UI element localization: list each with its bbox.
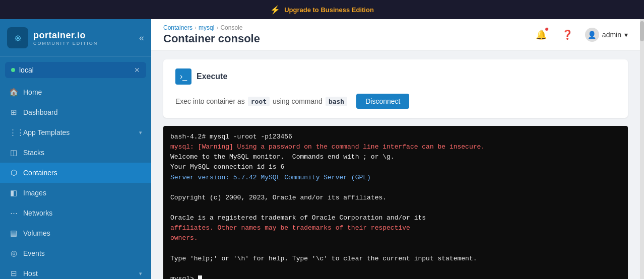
page-title: Container console (163, 32, 260, 45)
disconnect-button[interactable]: Disconnect (356, 94, 409, 109)
sidebar-item-label: Host (23, 269, 134, 277)
username: admin (602, 31, 621, 39)
sidebar-item-label: Containers (23, 169, 142, 177)
sidebar-logo: ⎈ portainer.io COMMUNITY EDITION « (0, 19, 151, 57)
breadcrumb-mysql[interactable]: mysql (199, 24, 214, 31)
terminal-line (170, 203, 621, 213)
endpoint-status-dot (11, 68, 15, 72)
sidebar-item-label: Volumes (23, 229, 142, 237)
home-icon: 🏠 (9, 88, 18, 97)
page-body: ›_ Execute Exec into container as root u… (151, 50, 640, 279)
volumes-icon: ▤ (9, 229, 18, 238)
help-button[interactable]: ❓ (559, 26, 576, 43)
terminal-line (170, 264, 621, 274)
terminal-cursor (198, 275, 202, 279)
exec-label: Exec into container as (175, 97, 245, 105)
breadcrumb-sep: › (195, 24, 197, 31)
execute-title: Execute (197, 72, 227, 81)
terminal-line: Welcome to the MySQL monitor. Commands e… (170, 152, 621, 162)
portainer-logo-icon: ⎈ (7, 27, 28, 48)
lightning-icon: ⚡ (270, 5, 280, 15)
sidebar-item-label: Home (23, 88, 142, 96)
main-content: Containers › mysql › Console Container c… (151, 19, 640, 279)
sidebar-item-label: Images (23, 189, 142, 197)
terminal-line: Type 'help;' or '\h' for help. Type '\c'… (170, 254, 621, 264)
notifications-button[interactable]: 🔔 (533, 26, 550, 43)
terminal-line: owners. (170, 233, 621, 243)
stacks-icon: ◫ (9, 148, 18, 157)
execute-terminal-icon: ›_ (175, 68, 191, 85)
endpoint-name: local (19, 66, 34, 74)
terminal-line: Your MySQL connection id is 6 (170, 162, 621, 172)
sidebar-item-app-templates[interactable]: ⋮⋮ App Templates ▾ (0, 122, 151, 143)
sidebar-item-label: Stacks (23, 149, 142, 157)
terminal-prompt-line: mysql> (170, 274, 621, 279)
terminal-line (170, 183, 621, 193)
breadcrumb-current: Console (220, 24, 242, 31)
sidebar-item-home[interactable]: 🏠 Home (0, 82, 151, 102)
terminal-line: bash-4.2# mysql -uroot -p123456 (170, 132, 621, 142)
sidebar-item-label: Networks (23, 209, 142, 217)
upgrade-label: Upgrade to Business Edition (284, 6, 374, 14)
exec-info: Exec into container as root using comman… (175, 94, 616, 109)
app-templates-icon: ⋮⋮ (9, 128, 18, 137)
terminal-line: Copyright (c) 2000, 2023, Oracle and/or … (170, 193, 621, 203)
page-scrollbar[interactable] (640, 19, 644, 279)
sidebar-item-networks[interactable]: ⋯ Networks (0, 203, 151, 223)
sidebar-item-containers[interactable]: ⬡ Containers (0, 163, 151, 183)
sidebar-item-host[interactable]: ⊟ Host ▾ (0, 263, 151, 279)
terminal-line: Oracle is a registered trademark of Orac… (170, 213, 621, 223)
execute-header: ›_ Execute (175, 68, 616, 85)
sidebar-item-dashboard[interactable]: ⊞ Dashboard (0, 102, 151, 122)
terminal-prompt-icon: ›_ (180, 72, 187, 81)
scrollbar-thumb[interactable] (640, 21, 644, 41)
endpoint-selector[interactable]: local ✕ (5, 62, 146, 78)
user-chevron-icon: ▾ (624, 31, 628, 39)
logo-area: ⎈ portainer.io COMMUNITY EDITION (7, 27, 98, 48)
sidebar-item-label: App Templates (23, 128, 134, 136)
chevron-down-icon: ▾ (139, 270, 142, 277)
terminal-line: affiliates. Other names may be trademark… (170, 223, 621, 233)
terminal-line: Server version: 5.7.42 MySQL Community S… (170, 173, 621, 183)
portainer-brand: portainer.io COMMUNITY EDITION (33, 30, 98, 46)
breadcrumb-containers[interactable]: Containers (163, 24, 192, 31)
terminal-line: mysql: [Warning] Using a password on the… (170, 142, 621, 152)
networks-icon: ⋯ (9, 208, 18, 218)
sidebar-item-label: Dashboard (23, 108, 142, 116)
containers-icon: ⬡ (9, 168, 18, 177)
terminal-line (170, 244, 621, 254)
page-header: Containers › mysql › Console Container c… (151, 19, 640, 50)
terminal-output[interactable]: bash-4.2# mysql -uroot -p123456 mysql: [… (163, 126, 628, 279)
sidebar: ⎈ portainer.io COMMUNITY EDITION « local… (0, 19, 151, 279)
notification-badge (545, 27, 549, 31)
images-icon: ◧ (9, 188, 18, 197)
sidebar-item-label: Events (23, 249, 142, 257)
collapse-sidebar-button[interactable]: « (139, 33, 144, 43)
sidebar-item-events[interactable]: ◎ Events (0, 243, 151, 263)
breadcrumb-sep: › (216, 24, 218, 31)
header-right: 🔔 ❓ 👤 admin ▾ (533, 26, 628, 43)
host-icon: ⊟ (9, 269, 18, 278)
exec-using-label: using command (273, 97, 323, 105)
events-icon: ◎ (9, 249, 18, 258)
sidebar-item-images[interactable]: ◧ Images (0, 183, 151, 203)
endpoint-close-button[interactable]: ✕ (134, 66, 140, 74)
user-menu[interactable]: 👤 admin ▾ (585, 28, 628, 42)
exec-command: bash (326, 97, 347, 106)
header-left: Containers › mysql › Console Container c… (163, 24, 260, 45)
sidebar-item-volumes[interactable]: ▤ Volumes (0, 223, 151, 243)
chevron-down-icon: ▾ (139, 129, 142, 136)
exec-user: root (248, 97, 270, 106)
sidebar-item-stacks[interactable]: ◫ Stacks (0, 143, 151, 163)
dashboard-icon: ⊞ (9, 108, 18, 117)
avatar: 👤 (585, 28, 599, 42)
upgrade-banner[interactable]: ⚡ Upgrade to Business Edition (0, 0, 644, 19)
execute-card: ›_ Execute Exec into container as root u… (163, 59, 628, 118)
breadcrumb: Containers › mysql › Console (163, 24, 260, 31)
